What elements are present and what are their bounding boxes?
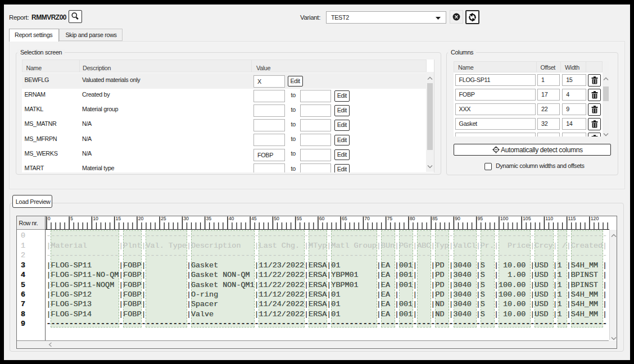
svg-text:105: 105: [523, 216, 531, 221]
svg-text:110: 110: [545, 216, 553, 221]
svg-text:55: 55: [296, 216, 302, 221]
svg-text:75: 75: [387, 216, 392, 221]
svg-text:65: 65: [342, 216, 347, 221]
svg-text:115: 115: [568, 216, 576, 221]
svg-text:80: 80: [409, 216, 415, 221]
svg-text:120: 120: [590, 216, 599, 221]
svg-text:100: 100: [500, 216, 508, 221]
svg-text:85: 85: [432, 216, 438, 221]
svg-text:0: 0: [47, 216, 50, 221]
svg-text:30: 30: [183, 216, 189, 221]
svg-text:15: 15: [115, 216, 121, 221]
svg-text:20: 20: [138, 216, 143, 221]
svg-text:70: 70: [364, 216, 370, 221]
svg-text:50: 50: [274, 216, 279, 221]
svg-text:90: 90: [455, 216, 460, 221]
svg-text:60: 60: [319, 216, 324, 221]
svg-text:25: 25: [161, 216, 166, 221]
svg-text:45: 45: [251, 216, 257, 221]
svg-text:10: 10: [93, 216, 98, 221]
svg-text:40: 40: [228, 216, 234, 221]
svg-text:35: 35: [206, 216, 211, 221]
svg-text:95: 95: [477, 216, 483, 221]
svg-text:5: 5: [70, 216, 73, 221]
